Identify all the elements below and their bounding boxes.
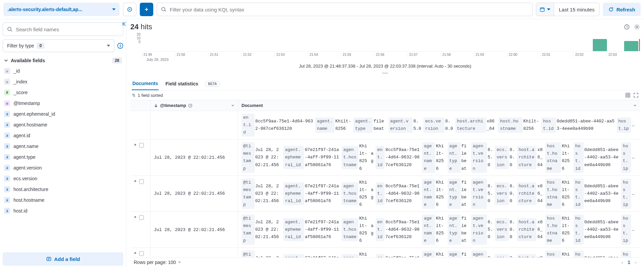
doc-value: 8cc5f9aa-75e1-4d64-9632-987cef636120 — [385, 255, 420, 257]
field-item[interactable]: ▤@timestamp — [3, 98, 117, 109]
chart-settings-button[interactable] — [634, 24, 640, 30]
info-button[interactable] — [117, 43, 123, 49]
field-item[interactable]: khost.hostname — [3, 195, 117, 205]
filter-by-type[interactable]: Filter by type 0 — [3, 39, 115, 52]
doc-value: 8cc5f9aa-75e1-4d64-9632-987cef636120 — [385, 219, 420, 241]
row-checkbox[interactable] — [139, 179, 144, 184]
display-options-button[interactable] — [625, 92, 631, 98]
doc-field: host.ip — [621, 142, 631, 173]
expand-row-button[interactable] — [133, 179, 137, 183]
fullscreen-button[interactable] — [633, 92, 639, 98]
row-checkbox[interactable] — [139, 143, 144, 148]
dataview-manage-button[interactable] — [123, 3, 136, 16]
hit-count: 24 hits — [130, 23, 152, 31]
available-count-badge: 28 — [112, 58, 122, 64]
x-tick: 21:59 — [474, 53, 507, 58]
expand-row-button[interactable] — [133, 215, 137, 219]
cell-timestamp — [151, 111, 238, 139]
field-name: @timestamp — [13, 101, 40, 106]
doc-value: 8cc5f9aa-75e1-4d64-9632-987cef636120 — [385, 146, 420, 168]
field-item[interactable]: kagent.name — [3, 141, 117, 152]
doc-value: Khilt-8256 — [523, 118, 540, 132]
field-type-icon: k — [4, 132, 10, 139]
page-current[interactable]: 1 — [628, 260, 631, 265]
x-tick: 21:54 — [308, 53, 341, 58]
index-pattern-label: .alerts-security.alerts-default,ap... — [7, 7, 109, 12]
field-item[interactable]: kagent.ephemeral_id — [3, 109, 117, 119]
cell-timestamp: Jul 28, 2023 @ 22:02:20.902 — [151, 248, 238, 257]
tab-documents[interactable]: Documents — [132, 77, 159, 90]
field-item[interactable]: ◎_index — [3, 76, 117, 87]
doc-value: Khilt-8256 — [359, 143, 369, 172]
x-axis-date: July 28, 2023 — [130, 58, 640, 62]
cell-timestamp: Jul 28, 2023 @ 22:02:21.456 — [151, 176, 238, 212]
doc-field: host.id — [574, 215, 584, 245]
doc-value: 8cc5f9aa-75e1-4d64-9632-987cef636120 — [255, 118, 313, 132]
doc-field: agent.name — [422, 215, 435, 245]
add-filter-button[interactable] — [140, 3, 153, 16]
kql-input[interactable] — [170, 7, 528, 12]
doc-value: 8.5.0 — [488, 183, 493, 205]
field-search[interactable] — [3, 23, 123, 36]
doc-value: 07e21f97-241a-4aff-9f99-11af58061a76 — [305, 183, 340, 205]
field-item[interactable]: #_score — [3, 87, 117, 98]
column-timestamp[interactable]: @timestamp — [151, 100, 238, 111]
svg-rect-10 — [626, 93, 630, 97]
sort-button[interactable]: 1 field sorted — [132, 93, 163, 98]
field-item[interactable]: khost.architecture — [3, 184, 117, 195]
collapse-sidebar-button[interactable] — [122, 21, 127, 27]
add-field-button[interactable]: Add a field — [3, 252, 123, 266]
field-name: _score — [13, 90, 28, 95]
doc-value: Khilt-8256 — [436, 179, 446, 208]
x-tick: 22:00 — [507, 53, 541, 58]
doc-field: agent.version — [471, 215, 487, 245]
tab-field-statistics[interactable]: Field statistics — [165, 78, 199, 90]
doc-field: @timestamp — [242, 179, 255, 209]
doc-value: 07e21f97-241a-4aff-9f99-11af58061a76 — [305, 219, 340, 241]
doc-value: filebeat — [461, 215, 469, 244]
resize-handle[interactable]: ══ — [130, 71, 640, 75]
doc-field: agent.hostname — [342, 218, 358, 241]
doc-value: 8.0.0 — [510, 183, 515, 205]
field-name: _id — [13, 68, 20, 74]
available-fields-header[interactable]: Available fields 28 — [3, 55, 123, 66]
chevron-down-icon[interactable] — [231, 104, 234, 107]
y-axis-ticks: 20 10 0 — [130, 33, 140, 44]
index-pattern-picker[interactable]: .alerts-security.alerts-default,ap... — [3, 3, 120, 16]
x-tick: 22:03 — [607, 53, 640, 58]
expand-row-button[interactable] — [133, 143, 137, 147]
doc-field: agent.type — [448, 179, 461, 209]
chevron-down-icon[interactable] — [633, 104, 637, 107]
row-checkbox[interactable] — [139, 215, 144, 220]
doc-value: Khilt-8256 — [335, 118, 351, 132]
doc-field: agent.name — [315, 117, 335, 133]
row-checkbox[interactable] — [139, 251, 144, 256]
doc-field: host.id — [574, 179, 584, 209]
field-item[interactable]: kecs.version — [3, 173, 117, 184]
column-document[interactable]: Document — [238, 100, 640, 111]
doc-field: host.ip — [621, 179, 631, 209]
time-picker[interactable]: Last 15 minutes — [536, 3, 600, 16]
page-prev[interactable]: ‹ — [621, 260, 623, 265]
field-item[interactable]: ◎_id — [3, 66, 117, 76]
expand-row-button[interactable] — [133, 251, 137, 255]
field-item[interactable]: kagent.id — [3, 130, 117, 141]
kql-search[interactable] — [157, 3, 533, 16]
doc-field: host.hostname — [545, 142, 561, 173]
field-item[interactable]: kagent.version — [3, 162, 117, 173]
doc-value: Jul 28, 2023 @ 22:02:21.456 — [255, 219, 282, 241]
field-item[interactable]: khost.id — [3, 205, 117, 216]
refresh-button[interactable]: Refresh — [603, 3, 641, 16]
chart-options-button[interactable] — [624, 24, 630, 30]
field-item[interactable]: kagent.type — [3, 152, 117, 162]
page-next[interactable]: › — [635, 260, 637, 265]
doc-value: 8.5.0 — [488, 146, 493, 168]
doc-field: host.hostname — [545, 179, 561, 209]
rows-per-page[interactable]: Rows per page: 100 — [134, 260, 181, 265]
field-search-input[interactable] — [16, 27, 119, 32]
calendar-button[interactable] — [536, 3, 554, 16]
field-item[interactable]: kagent.hostname — [3, 119, 117, 130]
doc-value: 0dedd851-abee-4402-aa53-4eee0a449b98 — [584, 183, 619, 205]
doc-value: x86_64 — [537, 146, 543, 168]
field-name: agent.ephemeral_id — [13, 111, 55, 117]
